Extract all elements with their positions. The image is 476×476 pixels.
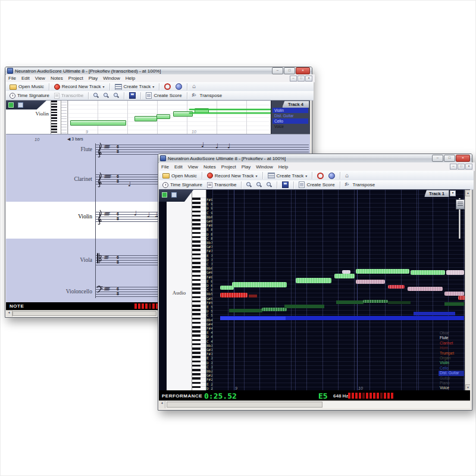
menu-file[interactable]: File xyxy=(8,76,16,81)
zoom-out-icon-button[interactable] xyxy=(245,181,253,188)
note-bar[interactable] xyxy=(156,114,170,119)
legend-item-dist-guitar[interactable]: Dist. Guitar xyxy=(439,371,464,375)
menu-view[interactable]: View xyxy=(35,76,45,81)
maximize-button[interactable]: □ xyxy=(284,67,295,74)
staff-label-violoncello[interactable]: Violoncello xyxy=(6,289,92,295)
track-list-item-voice[interactable]: Voice xyxy=(273,124,308,129)
mini-piano-keyboard[interactable] xyxy=(51,101,61,134)
mdi-restore-button[interactable]: □ xyxy=(458,164,465,170)
piano-keyboard[interactable] xyxy=(192,190,206,391)
note-bar[interactable] xyxy=(444,292,464,296)
menu-play[interactable]: Play xyxy=(242,164,251,170)
close-button[interactable]: × xyxy=(456,155,470,162)
note-bar[interactable] xyxy=(262,308,287,311)
record-new-track-button[interactable]: Record New Track▾ xyxy=(205,172,259,179)
legend-item-guitar[interactable]: Guitar xyxy=(439,376,464,381)
create-track-button[interactable]: Create Track▾ xyxy=(266,172,309,179)
menu-window[interactable]: Window xyxy=(256,164,273,170)
note-bar[interactable] xyxy=(173,111,193,117)
legend-item-clarinet[interactable]: Clarinet xyxy=(439,341,464,346)
menu-notes[interactable]: Notes xyxy=(203,164,216,170)
zoom-in-icon-button[interactable] xyxy=(112,92,121,99)
save-icon-button[interactable] xyxy=(127,92,137,99)
note-bar[interactable] xyxy=(388,301,411,304)
transpose-button[interactable]: Transpose xyxy=(343,181,377,188)
note-bar[interactable] xyxy=(411,270,445,275)
record-ring-icon-button[interactable] xyxy=(315,172,325,180)
menu-notes[interactable]: Notes xyxy=(51,76,63,81)
track-tab-menu-button[interactable]: ▾ xyxy=(450,190,456,196)
note-bar[interactable] xyxy=(284,305,324,308)
staff-label-violin[interactable]: Violin xyxy=(6,214,92,220)
legend-item-oboe[interactable]: Oboe xyxy=(439,331,464,336)
front-vertical-scrollbar[interactable]: ▲ ▼ xyxy=(465,190,470,391)
note-bar[interactable] xyxy=(220,293,248,298)
time-signature-button[interactable]: Time Signature xyxy=(161,181,204,189)
note-bar[interactable] xyxy=(232,282,287,287)
note-bar[interactable] xyxy=(220,317,286,320)
scrollbar-thumb[interactable] xyxy=(167,402,322,408)
close-button[interactable]: × xyxy=(296,67,310,74)
track-list-item-cello[interactable]: Cello xyxy=(273,118,308,124)
mdi-close-button[interactable]: × xyxy=(465,164,472,170)
back-pianoroll-strip[interactable]: Violin 910 Track 4 ViolinDist. GuitarCel… xyxy=(6,100,310,134)
minimize-button[interactable]: – xyxy=(432,155,443,162)
note-bar[interactable] xyxy=(336,300,364,304)
note-bar[interactable] xyxy=(342,270,350,274)
save-icon-button[interactable] xyxy=(280,181,290,189)
mdi-minimize-button[interactable]: – xyxy=(290,76,297,82)
transcribe-button[interactable]: Transcribe xyxy=(52,92,86,99)
fader-grip[interactable] xyxy=(456,199,465,209)
note-bar[interactable] xyxy=(446,270,464,275)
note-bar[interactable] xyxy=(414,312,455,315)
staff-label-clarinet[interactable]: Clarinet xyxy=(6,176,92,182)
scrollbar-thumb[interactable] xyxy=(12,311,156,316)
menu-play[interactable]: Play xyxy=(89,76,98,81)
sphere-icon-button[interactable] xyxy=(327,172,337,180)
play-button[interactable] xyxy=(162,192,167,198)
note-bar[interactable] xyxy=(195,108,209,114)
create-score-button[interactable]: Create Score xyxy=(297,181,336,189)
volume-fader[interactable] xyxy=(456,198,464,239)
home-icon-button[interactable] xyxy=(190,83,200,90)
note-bar[interactable] xyxy=(229,309,262,312)
transpose-button[interactable]: Transpose xyxy=(190,92,224,99)
track-list-item-violin[interactable]: Violin xyxy=(273,108,308,113)
home-icon-button[interactable] xyxy=(343,173,353,179)
menu-edit[interactable]: Edit xyxy=(21,76,30,81)
menu-view[interactable]: View xyxy=(188,164,198,170)
legend-item-horn[interactable]: Horn xyxy=(439,346,464,350)
note-bar[interactable] xyxy=(70,120,126,126)
note-bar[interactable] xyxy=(444,302,464,306)
transcribe-button[interactable]: Transcribe xyxy=(205,181,239,189)
stop-button[interactable] xyxy=(18,102,23,108)
note-bar[interactable] xyxy=(408,287,443,291)
legend-item-violin[interactable]: Violin xyxy=(439,361,464,365)
legend-item-cello[interactable]: Cello xyxy=(439,366,464,371)
front-horizontal-scrollbar[interactable]: ◄ xyxy=(159,400,470,408)
mdi-minimize-button[interactable]: – xyxy=(450,164,457,170)
note-bar[interactable] xyxy=(334,274,355,278)
maximize-button[interactable]: □ xyxy=(444,155,455,162)
staff-label-viola[interactable]: Viola xyxy=(6,257,92,263)
note-bar[interactable] xyxy=(249,295,257,298)
create-track-button[interactable]: Create Track▾ xyxy=(113,83,156,90)
track-tab[interactable]: Track 1 xyxy=(424,190,449,197)
strip-note-grid[interactable]: 910 xyxy=(67,101,271,134)
create-score-button[interactable]: Create Score xyxy=(144,92,183,99)
track-tab[interactable]: Track 4 xyxy=(282,101,309,108)
stop-button[interactable] xyxy=(171,192,177,198)
zoom-reset-icon-button[interactable] xyxy=(255,181,264,188)
record-new-track-button[interactable]: Record New Track▾ xyxy=(52,83,107,90)
menu-project[interactable]: Project xyxy=(68,76,83,81)
note-bar[interactable] xyxy=(296,278,331,283)
legend-item-piano[interactable]: Piano xyxy=(439,381,464,386)
time-signature-button[interactable]: Time Signature xyxy=(8,92,51,99)
front-window[interactable]: Neuratron AudioScore Ultimate 8 - [Proko… xyxy=(158,154,472,411)
open-music-button[interactable]: Open Music xyxy=(8,83,46,90)
play-button[interactable] xyxy=(8,102,14,108)
legend-item-trumpet[interactable]: Trumpet xyxy=(439,351,464,356)
scroll-left-arrow-icon[interactable]: ◄ xyxy=(6,311,12,317)
sphere-icon-button[interactable] xyxy=(174,83,184,90)
menu-help[interactable]: Help xyxy=(126,76,135,81)
